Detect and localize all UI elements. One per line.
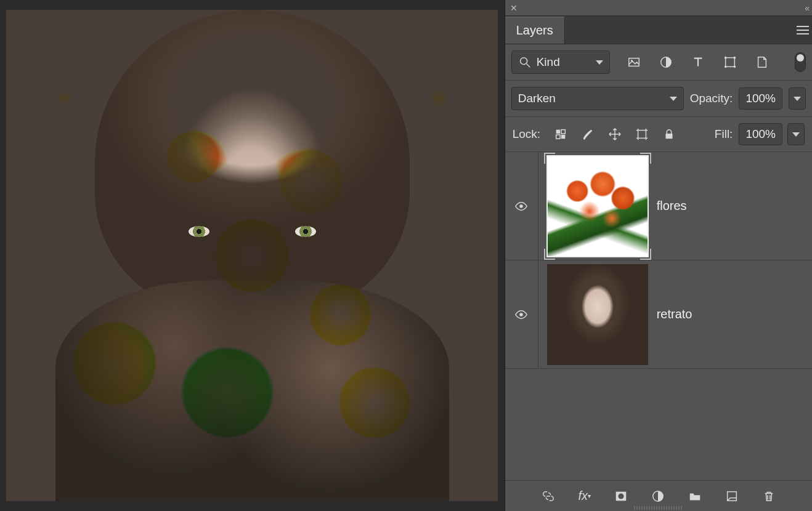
layers-bottom-bar: fx▾	[505, 480, 812, 511]
svg-rect-5	[725, 58, 734, 67]
type-filter-icon[interactable]	[691, 55, 705, 69]
blend-opacity-row: Darken Opacity: 100%	[505, 81, 812, 117]
svg-point-0	[520, 58, 527, 65]
adjustment-layer-button[interactable]	[651, 489, 665, 503]
panel-collapse-button[interactable]: «	[805, 3, 807, 13]
filter-kind-select[interactable]: Kind	[511, 50, 610, 74]
layer-name[interactable]: flores	[657, 199, 687, 213]
opacity-dropdown[interactable]	[789, 87, 806, 110]
layers-list: flores retrato	[505, 152, 812, 480]
filter-row: Kind	[505, 44, 812, 81]
svg-point-27	[619, 493, 624, 499]
filter-toggle[interactable]	[795, 52, 806, 72]
chevron-down-icon	[596, 60, 603, 65]
svg-point-6	[725, 57, 727, 59]
filter-type-icons	[627, 55, 769, 69]
svg-rect-10	[556, 130, 560, 134]
opacity-label: Opacity:	[690, 92, 733, 105]
layer-group-button[interactable]	[688, 489, 702, 503]
blend-mode-value: Darken	[518, 92, 556, 105]
lock-pixels-icon[interactable]	[554, 127, 567, 141]
svg-point-3	[631, 60, 633, 62]
lock-all-icon[interactable]	[662, 127, 676, 141]
layer-name[interactable]: retrato	[657, 307, 692, 321]
chevron-down-icon	[792, 132, 800, 137]
adjustment-filter-icon[interactable]	[659, 55, 673, 69]
panel-tabs: Layers	[505, 16, 812, 44]
layer-row[interactable]: flores	[505, 152, 812, 260]
tab-layers[interactable]: Layers	[505, 17, 565, 44]
canvas-image[interactable]	[6, 10, 498, 501]
eye-icon	[514, 199, 528, 213]
panel-close-button[interactable]: ✕	[510, 3, 518, 13]
layer-row[interactable]: retrato	[505, 260, 812, 369]
svg-line-1	[526, 64, 530, 68]
layer-thumbnail[interactable]	[547, 156, 648, 257]
svg-point-25	[519, 313, 523, 316]
blend-mode-select[interactable]: Darken	[511, 87, 684, 110]
fill-input[interactable]: 100%	[739, 123, 782, 145]
svg-rect-12	[556, 135, 560, 139]
svg-rect-14	[638, 131, 646, 139]
panel-top-bar: ✕ «	[505, 0, 812, 16]
delete-layer-button[interactable]	[762, 489, 776, 503]
layer-fx-button[interactable]: fx▾	[579, 489, 591, 503]
layer-visibility-toggle[interactable]	[505, 152, 538, 260]
svg-rect-13	[561, 135, 565, 139]
layer-mask-button[interactable]	[614, 489, 628, 503]
panel-resize-grip[interactable]	[634, 506, 683, 510]
smartobject-filter-icon[interactable]	[755, 55, 769, 69]
image-filter-icon[interactable]	[627, 55, 641, 69]
layer-thumbnail[interactable]	[547, 264, 648, 365]
fill-dropdown[interactable]	[787, 123, 805, 145]
svg-rect-11	[561, 130, 565, 134]
eye-icon	[514, 308, 528, 321]
link-layers-button[interactable]	[542, 489, 555, 503]
svg-point-7	[733, 57, 736, 59]
lock-artboard-icon[interactable]	[635, 127, 649, 141]
layers-panel: ✕ « Layers Kind	[505, 0, 812, 511]
lock-position-icon[interactable]	[608, 127, 622, 141]
fill-label: Fill:	[715, 127, 733, 141]
svg-point-9	[733, 66, 736, 68]
filter-kind-label: Kind	[537, 55, 560, 69]
panel-menu-button[interactable]	[794, 16, 812, 44]
chevron-down-icon	[794, 97, 801, 101]
search-icon	[518, 55, 532, 69]
shape-filter-icon[interactable]	[723, 55, 737, 69]
new-layer-button[interactable]	[725, 489, 739, 503]
lock-brush-icon[interactable]	[581, 127, 595, 141]
lock-label: Lock:	[513, 127, 540, 141]
canvas-area	[0, 0, 505, 511]
layer-visibility-toggle[interactable]	[505, 260, 538, 368]
opacity-input[interactable]: 100%	[739, 87, 782, 110]
chevron-down-icon	[670, 97, 677, 101]
canvas-flowers-layer	[6, 10, 498, 501]
lock-fill-row: Lock: Fill: 100%	[505, 117, 812, 152]
svg-point-24	[519, 204, 523, 208]
svg-rect-23	[666, 134, 673, 139]
svg-point-8	[725, 66, 727, 68]
hamburger-icon	[797, 30, 809, 31]
